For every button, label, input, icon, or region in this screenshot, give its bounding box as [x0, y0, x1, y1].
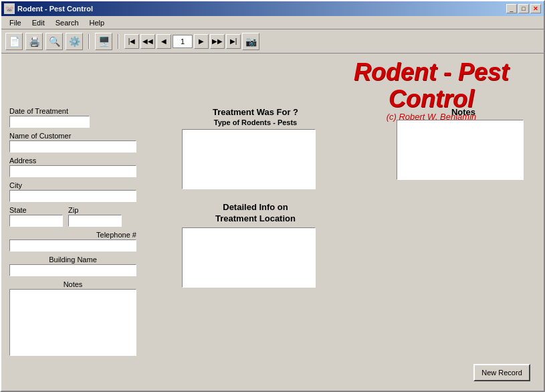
- detail-title-line2: Treatment Location: [182, 213, 329, 223]
- zip-label: Zip: [68, 206, 122, 214]
- nav-group: |◀ ◀◀ ◀ 1 ▶ ▶▶ ▶| 📷: [124, 33, 259, 50]
- zip-input[interactable]: [68, 215, 122, 227]
- minimize-button[interactable]: _: [506, 4, 517, 13]
- new-icon[interactable]: 📄: [5, 33, 23, 50]
- main-window: 🐭 Rodent - Pest Control _ □ ✕ File Edit …: [0, 0, 545, 392]
- menu-edit[interactable]: Edit: [27, 17, 50, 28]
- date-of-treatment-label: Date of Treatment: [9, 107, 150, 115]
- treatment-subtitle: Type of Rodents - Pests: [182, 118, 329, 126]
- print-icon[interactable]: 🖨️: [25, 33, 43, 50]
- nav-page-number: 1: [173, 35, 193, 48]
- date-of-treatment-group: Date of Treatment: [9, 107, 150, 128]
- state-label: State: [9, 206, 63, 214]
- menu-bar: File Edit Search Help: [1, 16, 544, 29]
- left-notes-label: Notes: [9, 280, 136, 288]
- date-of-treatment-input[interactable]: [9, 116, 90, 128]
- title-bar-left: 🐭 Rodent - Pest Control: [4, 3, 93, 14]
- toolbar-separator-2: [118, 34, 119, 49]
- search-icon[interactable]: 🔍: [45, 33, 63, 50]
- state-group: State: [9, 206, 63, 227]
- nav-last-button[interactable]: ▶|: [226, 34, 241, 49]
- menu-search[interactable]: Search: [50, 17, 84, 28]
- detail-title-line1: Detailed Info on: [182, 202, 329, 212]
- main-content: Rodent - Pest Control (c) Robert W. Benj…: [1, 54, 544, 391]
- app-title-main: Rodent - Pest Control: [354, 59, 509, 112]
- right-notes-label: Notes: [397, 107, 530, 117]
- telephone-group: Telephone #: [9, 231, 150, 252]
- address-label: Address: [9, 157, 150, 165]
- building-name-group: Building Name: [9, 256, 150, 276]
- center-panel: Treatment Was For ? Type of Rodents - Pe…: [182, 107, 329, 290]
- title-bar-buttons: _ □ ✕: [506, 4, 541, 13]
- right-panel: Notes: [397, 107, 530, 182]
- left-notes-textarea[interactable]: [9, 289, 136, 356]
- menu-help[interactable]: Help: [84, 17, 110, 28]
- maximize-button[interactable]: □: [518, 4, 529, 13]
- name-of-customer-input[interactable]: [9, 140, 136, 153]
- building-name-label: Building Name: [9, 256, 136, 264]
- right-notes-textarea[interactable]: [397, 120, 524, 180]
- telephone-input[interactable]: [9, 239, 136, 252]
- detail-section: Detailed Info on Treatment Location: [182, 202, 329, 290]
- nav-prev-button[interactable]: ◀◀: [140, 34, 155, 49]
- title-bar: 🐭 Rodent - Pest Control _ □ ✕: [1, 1, 544, 16]
- address-input[interactable]: [9, 165, 136, 177]
- state-zip-group: State Zip: [9, 206, 150, 227]
- name-of-customer-label: Name of Customer: [9, 132, 150, 140]
- toolbar: 📄 🖨️ 🔍 ⚙️ 🖥️ |◀ ◀◀ ◀ 1 ▶ ▶▶ ▶| 📷: [1, 29, 544, 54]
- left-notes-group: Notes: [9, 280, 150, 358]
- toolbar-separator-1: [88, 34, 90, 49]
- camera-icon[interactable]: 📷: [242, 33, 259, 50]
- zip-group: Zip: [68, 206, 122, 227]
- state-zip-row: State Zip: [9, 206, 150, 227]
- nav-forward-button[interactable]: ▶: [194, 34, 209, 49]
- treatment-textarea[interactable]: [182, 129, 316, 189]
- nav-next-button[interactable]: ▶▶: [210, 34, 225, 49]
- city-label: City: [9, 181, 150, 189]
- state-input[interactable]: [9, 215, 63, 227]
- menu-file[interactable]: File: [4, 17, 27, 28]
- telephone-label: Telephone #: [9, 231, 136, 239]
- new-record-button[interactable]: New Record: [473, 364, 530, 381]
- treatment-title: Treatment Was For ?: [182, 107, 329, 117]
- settings-icon[interactable]: ⚙️: [66, 33, 83, 50]
- address-group: Address: [9, 157, 150, 177]
- monitor-icon[interactable]: 🖥️: [95, 33, 112, 50]
- left-panel: Date of Treatment Name of Customer Addre…: [9, 107, 150, 362]
- close-button[interactable]: ✕: [530, 4, 541, 13]
- window-title: Rodent - Pest Control: [17, 5, 93, 13]
- app-title-line1: Rodent - Pest: [354, 58, 509, 86]
- city-input[interactable]: [9, 190, 136, 202]
- detail-textarea[interactable]: [182, 227, 316, 288]
- nav-back-button[interactable]: ◀: [156, 34, 171, 49]
- building-name-input[interactable]: [9, 264, 136, 276]
- city-group: City: [9, 181, 150, 202]
- name-of-customer-group: Name of Customer: [9, 132, 150, 153]
- app-icon: 🐭: [4, 3, 15, 14]
- nav-first-button[interactable]: |◀: [124, 34, 139, 49]
